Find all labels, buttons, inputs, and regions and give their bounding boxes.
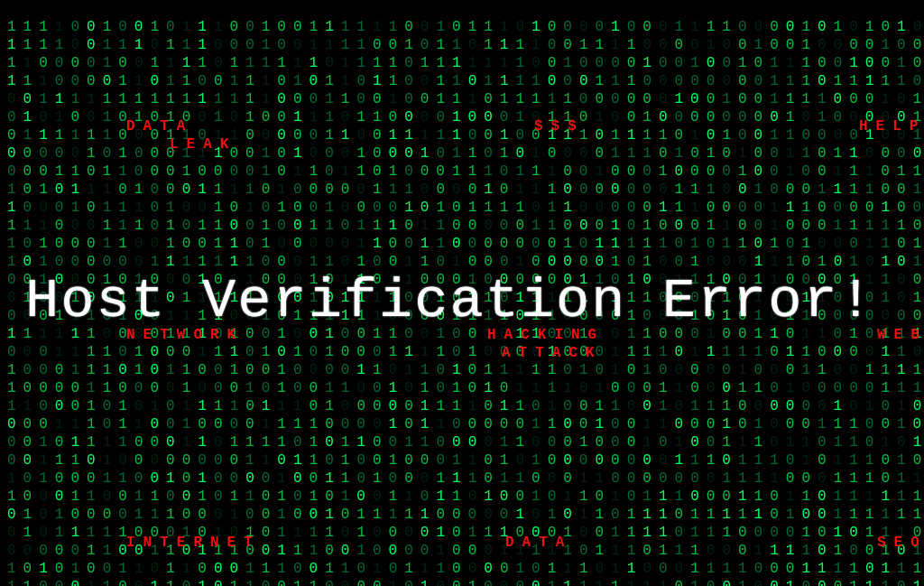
keyword-hacking: HACKING [487,327,605,343]
keyword-data2: DATA [505,535,572,551]
keyword-web: WEB [877,327,924,343]
keyword-seo: SEO [877,535,924,551]
keyword-money: $$$ [534,118,585,135]
error-title: Host Verification Error! [0,269,924,333]
keyword-attack: ATTACK [502,345,603,361]
keyword-network: NETWORK [126,327,244,343]
keyword-internet: INTERNET [126,535,261,551]
keyword-help: HELP [859,118,924,135]
keyword-data: DATA [126,118,193,135]
keyword-leak: LEAK [170,136,236,153]
